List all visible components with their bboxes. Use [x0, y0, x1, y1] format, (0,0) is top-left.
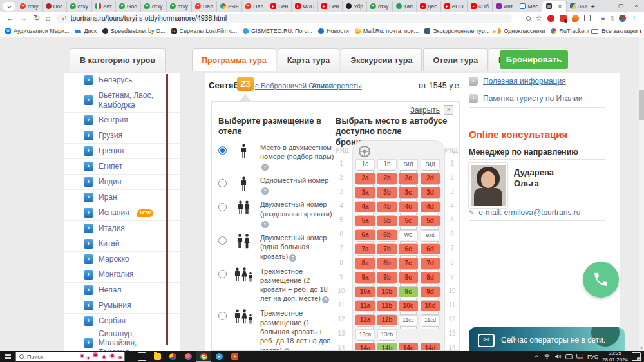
- browser-tab[interactable]: Пал: [242, 1, 267, 12]
- browser-tab[interactable]: Вен: [267, 1, 291, 12]
- sidebar-item-country[interactable]: ›Вьетнам, Лаос, Камбоджа: [64, 88, 180, 113]
- browser-tab[interactable]: отку: [166, 1, 192, 12]
- sidebar-item-country[interactable]: ›Египет: [64, 159, 180, 175]
- browser-tab[interactable]: Вен: [317, 1, 342, 12]
- browser-tab[interactable]: отку: [66, 1, 92, 12]
- scrollbar-thumb[interactable]: [639, 90, 644, 120]
- browser-tab[interactable]: Мес: [516, 1, 541, 12]
- reload-icon[interactable]: ↻: [33, 14, 40, 22]
- language-indicator[interactable]: РУС: [587, 354, 598, 360]
- all-bookmarks-button[interactable]: Все закладки: [589, 25, 640, 37]
- bookmark-item[interactable]: Аудиозаписи Мари...: [5, 28, 69, 34]
- room-option[interactable]: Двухместный номер (одна большая кровать)…: [218, 233, 334, 262]
- browser-tab[interactable]: Кап: [392, 1, 416, 12]
- video-app-button[interactable]: [227, 351, 242, 362]
- tour-tab-экскурсии-тура[interactable]: Экскурсии тура: [341, 48, 422, 71]
- back-icon[interactable]: ←: [6, 14, 14, 22]
- radio-button[interactable]: [218, 146, 227, 155]
- bookmark-item[interactable]: Одноклассники: [495, 28, 545, 34]
- sidebar-item-country[interactable]: ›Италия: [64, 221, 180, 236]
- tab-close-icon[interactable]: ×: [558, 3, 562, 10]
- bookmark-item[interactable]: Speedtest.net by O...: [102, 28, 166, 34]
- extension-flame-icon[interactable]: [572, 15, 579, 22]
- room-option[interactable]: Двухместный номер (раздельные кровати)?: [218, 200, 334, 228]
- sidebar-item-country[interactable]: ›ИспанияNEW: [64, 205, 180, 221]
- zoom-icon[interactable]: [526, 16, 531, 21]
- tour-tab-программа-тура[interactable]: Программа тура: [192, 48, 276, 71]
- bookmark-item[interactable]: GISMETEO.RU: Пого...: [243, 28, 312, 34]
- sidebar-item-country[interactable]: ›Беларусь: [64, 73, 180, 88]
- sidebar-item-country[interactable]: ›Румыния: [64, 298, 180, 314]
- start-button[interactable]: [0, 351, 15, 362]
- radio-button[interactable]: [218, 270, 227, 278]
- browser-tab[interactable]: Пал: [191, 1, 216, 12]
- browser-tab[interactable]: Дес: [416, 1, 440, 12]
- taskbar-search[interactable]: Поиск: [15, 352, 125, 361]
- explorer-app-button[interactable]: [149, 351, 165, 362]
- action-center-icon[interactable]: [632, 352, 641, 361]
- browser-tab[interactable]: Пос: [42, 1, 66, 12]
- chrome-app-button[interactable]: [196, 351, 211, 362]
- minimize-window-icon[interactable]: –: [598, 0, 613, 12]
- sidebar-item-country[interactable]: ›Монголия: [64, 267, 180, 283]
- sidebar-item-country[interactable]: ›Китай: [64, 236, 180, 252]
- taskbar-clock[interactable]: 22:25 28.01.2024: [602, 350, 628, 362]
- keyboard-icon[interactable]: [565, 354, 573, 359]
- browser-tab[interactable]: ФЛС: [291, 1, 317, 12]
- room-option[interactable]: Трехместное размещение (2 кровати + реб.…: [218, 267, 334, 304]
- close-icon[interactable]: ×: [444, 105, 453, 115]
- forward-icon[interactable]: →: [20, 14, 28, 22]
- side-panel-icon[interactable]: ▯: [610, 15, 614, 22]
- browser-tab[interactable]: АНН: [440, 1, 467, 12]
- flights-link[interactable]: Авиаперелеты: [312, 82, 362, 90]
- tour-tab-карта-тура[interactable]: Карта тура: [278, 48, 340, 71]
- browser-tab[interactable]: Goo: [115, 1, 140, 12]
- sidebar-item-country[interactable]: ›Сербия: [64, 314, 180, 329]
- home-icon[interactable]: ⌂: [46, 14, 50, 22]
- bookmarks-overflow-icon[interactable]: »: [489, 28, 498, 35]
- help-icon[interactable]: ?: [261, 187, 269, 195]
- bookmark-star-icon[interactable]: ☆: [536, 14, 542, 23]
- browser-tab[interactable]: Инт: [492, 1, 516, 12]
- tab-search-chevron[interactable]: [3, 2, 15, 11]
- radio-button[interactable]: [218, 236, 227, 245]
- help-icon[interactable]: ?: [261, 221, 269, 228]
- telegram-app-button[interactable]: [211, 351, 227, 362]
- browser-tab[interactable]: «Об: [467, 1, 492, 12]
- new-tab-button[interactable]: +: [591, 3, 595, 10]
- scrollbar-down-arrow[interactable]: ▼: [639, 347, 643, 350]
- extensions-puzzle-icon[interactable]: [584, 15, 591, 21]
- bookmark-item[interactable]: Сериалы LostFilm с...: [171, 28, 237, 34]
- reading-list-icon[interactable]: ≡: [601, 15, 605, 22]
- radio-button[interactable]: [218, 312, 227, 320]
- browser-tab[interactable]: отку: [17, 1, 42, 12]
- chevron-up-icon[interactable]: [534, 354, 540, 359]
- site-info-icon[interactable]: ⇄: [62, 15, 67, 21]
- browser-tab[interactable]: отку: [366, 1, 392, 12]
- room-option[interactable]: Одноместный номер?: [218, 176, 334, 195]
- network-icon[interactable]: [544, 354, 551, 359]
- browser-tab[interactable]: Убр: [342, 1, 366, 12]
- useful-info-link[interactable]: › Полезная информация: [469, 77, 566, 86]
- chat-widget[interactable]: ✉ Сейчас операторы не в сети.: [469, 327, 625, 351]
- address-bar[interactable]: ⇄ tourtrans.ru/tours/turyi-s-otdyihomnam…: [56, 14, 512, 23]
- italy-memo-link[interactable]: › Памятка туристу по Италии: [469, 94, 582, 103]
- sidebar-item-country[interactable]: ›Грузия: [64, 128, 180, 144]
- bookmark-item[interactable]: Экскурсионные тур...: [424, 28, 489, 34]
- url-text[interactable]: tourtrans.ru/tours/turyi-s-otdyihomnamor…: [71, 14, 227, 22]
- bookmark-item[interactable]: Диск: [75, 28, 97, 34]
- help-icon[interactable]: ?: [289, 254, 296, 262]
- help-icon[interactable]: ?: [261, 164, 269, 171]
- volume-icon[interactable]: [554, 354, 562, 359]
- radio-button[interactable]: [218, 203, 227, 211]
- maximize-window-icon[interactable]: ▢: [613, 0, 629, 12]
- sidebar-item-country[interactable]: ›Сингапур, Малайзия, Таиланд: [64, 329, 180, 351]
- sidebar-item-country[interactable]: ›Марокко: [64, 252, 180, 267]
- radio-button[interactable]: [218, 179, 227, 187]
- browser-tab[interactable]: отку: [140, 1, 166, 12]
- book-button[interactable]: Бронировать: [500, 50, 568, 69]
- bus-seat[interactable]: 14b: [377, 343, 397, 351]
- help-icon[interactable]: ?: [322, 296, 329, 303]
- page-scrollbar[interactable]: ▼: [639, 37, 644, 351]
- close-window-icon[interactable]: ×: [629, 0, 644, 12]
